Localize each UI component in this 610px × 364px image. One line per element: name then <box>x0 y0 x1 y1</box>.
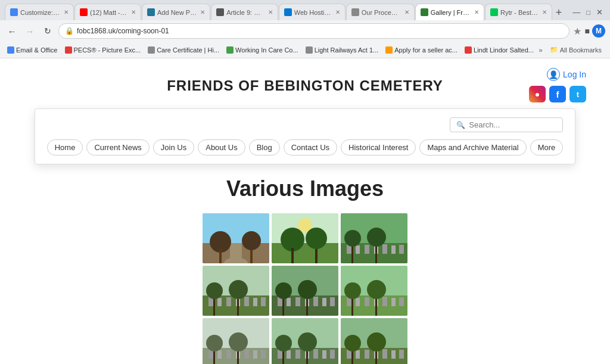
address-field[interactable]: 🔒 fobc1868.uk/coming-soon-01 <box>58 23 569 39</box>
search-box[interactable]: 🔍 <box>450 117 563 132</box>
login-button[interactable]: 👤 Log In <box>547 68 586 81</box>
svg-rect-65 <box>351 299 353 316</box>
nav-item[interactable]: Historical Interest <box>341 139 416 155</box>
bookmark-label: Care Certificate | Hi... <box>157 46 219 54</box>
svg-rect-49 <box>330 297 335 306</box>
nav-item[interactable]: Contact Us <box>284 139 337 155</box>
svg-point-25 <box>367 228 386 247</box>
svg-rect-91 <box>282 351 284 364</box>
nav-item[interactable]: About Us <box>198 139 245 155</box>
gallery-image[interactable] <box>341 266 407 316</box>
tab-item[interactable]: Gallery | Friends Of ...✕ <box>415 4 484 20</box>
tab-close-icon[interactable]: ✕ <box>542 9 547 15</box>
dropdown-panel: 🔍 HomeCurrent NewsJoin UsAbout UsBlogCon… <box>35 108 576 164</box>
reload-btn[interactable]: ↻ <box>41 24 55 38</box>
nav-item[interactable]: Join Us <box>153 139 194 155</box>
tab-close-icon[interactable]: ✕ <box>268 9 273 15</box>
nav-item[interactable]: Home <box>47 139 83 155</box>
new-tab-button[interactable]: + <box>552 7 566 19</box>
svg-point-90 <box>298 332 317 351</box>
tab-item[interactable]: (12) Matt - WPress...✕ <box>74 4 141 20</box>
tab-item[interactable]: Rytr - Best AI Write...✕ <box>485 4 552 20</box>
svg-rect-31 <box>217 298 222 306</box>
tab-favicon <box>284 8 292 16</box>
svg-rect-60 <box>382 297 387 306</box>
star-btn[interactable]: ★ <box>573 26 581 37</box>
bookmark-label: Light Railways Act 1... <box>315 46 379 54</box>
twitter-icon[interactable]: t <box>569 86 586 102</box>
tab-favicon <box>351 8 359 16</box>
svg-rect-104 <box>351 351 353 364</box>
bookmark-item[interactable]: Email & Office <box>5 45 60 55</box>
tab-item[interactable]: Web Hosting, Dom...✕ <box>279 4 346 20</box>
svg-rect-52 <box>282 299 284 316</box>
svg-rect-19 <box>365 245 369 254</box>
svg-rect-74 <box>253 350 257 359</box>
bookmarks-folder-btn[interactable]: 📁 All Bookmarks <box>546 45 605 55</box>
ext-puzzle-icon[interactable]: ■ <box>585 26 590 36</box>
tab-bar: Customize: Pennyst...✕(12) Matt - WPress… <box>0 0 610 20</box>
header-top: FRIENDS OF BEBINGTON CEMETERY 👤 Log In ●… <box>12 68 598 104</box>
tab-close-icon[interactable]: ✕ <box>335 9 340 15</box>
gallery-image[interactable] <box>272 318 338 364</box>
tab-close-icon[interactable]: ✕ <box>200 9 205 15</box>
search-row: 🔍 <box>47 117 564 132</box>
tab-favicon <box>490 8 498 16</box>
tab-item[interactable]: Article 9: Freedom ...✕ <box>211 4 278 20</box>
tab-label: Gallery | Friends Of ... <box>431 9 471 16</box>
facebook-icon[interactable]: f <box>549 86 566 102</box>
nav-item[interactable]: Current News <box>86 139 149 155</box>
profile-avatar[interactable]: M <box>592 24 605 38</box>
tab-close-icon[interactable]: ✕ <box>474 9 479 15</box>
header-right: 👤 Log In ● f t <box>529 68 586 102</box>
minimize-btn[interactable]: — <box>572 8 580 17</box>
bookmarks-more-btn[interactable]: » <box>537 45 545 55</box>
gallery-image[interactable] <box>341 318 407 364</box>
instagram-icon[interactable]: ● <box>529 86 546 102</box>
svg-rect-40 <box>237 299 239 316</box>
svg-rect-87 <box>322 350 326 359</box>
bookmark-item[interactable]: Light Railways Act 1... <box>303 45 381 55</box>
nav-item[interactable]: Blog <box>249 139 280 155</box>
maximize-btn[interactable]: □ <box>586 9 590 16</box>
tab-item[interactable]: Add New Page • Pe...✕ <box>142 4 210 20</box>
bookmark-item[interactable]: Lindt Lindor Salted... <box>462 45 536 55</box>
gallery-image[interactable] <box>203 266 269 316</box>
nav-item[interactable]: Maps and Archive Material <box>419 139 526 155</box>
svg-point-77 <box>229 332 248 351</box>
bookmark-item[interactable]: Working In Care Co... <box>224 45 301 55</box>
close-btn[interactable]: ✕ <box>596 8 603 17</box>
nav-items: HomeCurrent NewsJoin UsAbout UsBlogConta… <box>47 139 564 155</box>
bookmark-item[interactable]: Apply for a seller ac... <box>383 45 460 55</box>
svg-rect-92 <box>306 351 308 364</box>
url-text: fobc1868.uk/coming-soon-01 <box>77 27 169 35</box>
svg-rect-73 <box>244 349 249 359</box>
bookmark-item[interactable]: Care Certificate | Hi... <box>145 45 222 55</box>
address-bar-row: ← → ↻ 🔒 fobc1868.uk/coming-soon-01 ★ ■ M <box>0 20 610 42</box>
svg-rect-58 <box>365 297 369 306</box>
tab-label: (12) Matt - WPress... <box>90 9 127 16</box>
bookmark-item[interactable]: PECS® - Picture Exc... <box>63 45 144 55</box>
search-input[interactable] <box>469 120 556 129</box>
gallery-image[interactable] <box>272 213 338 263</box>
tab-item[interactable]: Customize: Pennyst...✕ <box>5 4 74 20</box>
forward-btn[interactable]: → <box>23 24 37 38</box>
gallery-image[interactable] <box>203 213 269 263</box>
tab-close-icon[interactable]: ✕ <box>404 9 409 15</box>
search-icon: 🔍 <box>456 121 465 129</box>
tab-item[interactable]: Our Process - Penn...✕ <box>346 4 415 20</box>
nav-item[interactable]: More <box>530 139 564 155</box>
tab-close-icon[interactable]: ✕ <box>131 9 136 15</box>
gallery-image[interactable] <box>203 318 269 364</box>
gallery-image[interactable] <box>341 213 407 263</box>
image-grid <box>12 213 598 364</box>
back-btn[interactable]: ← <box>5 24 19 38</box>
gallery-image[interactable] <box>272 266 338 316</box>
tab-close-icon[interactable]: ✕ <box>64 9 69 15</box>
tab-label: Our Process - Penn... <box>362 9 401 16</box>
folder-icon: 📁 <box>550 46 558 54</box>
tab-label: Article 9: Freedom ... <box>226 9 264 16</box>
tab-label: Rytr - Best AI Write... <box>500 9 539 16</box>
svg-rect-47 <box>313 297 318 306</box>
tab-label: Add New Page • Pe... <box>157 9 197 16</box>
